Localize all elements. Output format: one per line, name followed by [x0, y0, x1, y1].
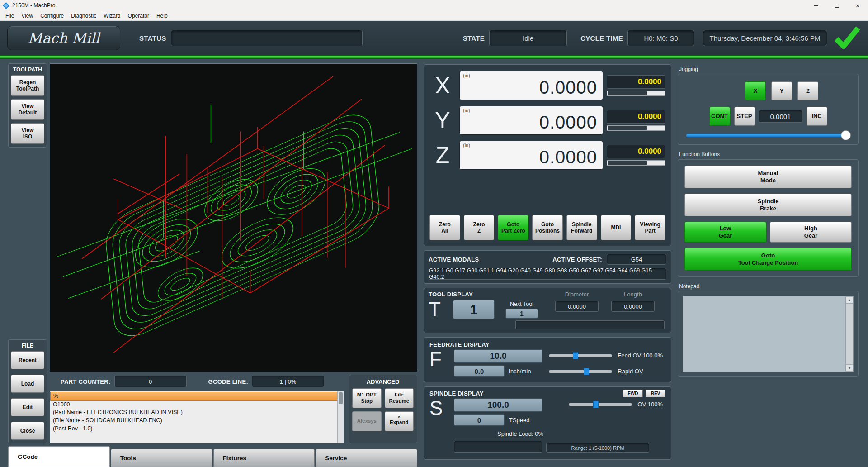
zero-all-button[interactable]: Zero All: [429, 215, 460, 240]
jog-rate-slider-thumb[interactable]: [841, 130, 851, 140]
file-edit-button[interactable]: Edit: [11, 398, 44, 416]
file-resume-button[interactable]: File Resume: [385, 388, 414, 408]
axis-y-scrollbar[interactable]: [607, 125, 665, 131]
axis-y-value: 0.0000: [539, 112, 597, 133]
axis-y-unit: (in): [463, 108, 470, 113]
status-field: [171, 30, 363, 46]
spindle-set-field[interactable]: 100.0: [454, 398, 542, 412]
advanced-group: ADVANCED M1 OPT Stop File Resume Alexsys…: [349, 375, 417, 443]
cycle-time-label: CYCLE TIME: [580, 34, 623, 42]
menu-operator[interactable]: Operator: [124, 13, 153, 19]
rapid-ov-slider[interactable]: [549, 370, 612, 373]
zero-z-button[interactable]: Zero Z: [464, 215, 495, 240]
rapid-ov-slider-knob[interactable]: [584, 368, 589, 375]
menu-help[interactable]: Help: [153, 13, 171, 19]
mdi-button[interactable]: MDI: [601, 215, 632, 240]
menu-configure[interactable]: Configure: [37, 13, 67, 19]
expand-button[interactable]: ^Expand: [385, 411, 414, 431]
scroll-down-icon[interactable]: ▼: [846, 364, 853, 372]
feed-ov-slider[interactable]: [549, 354, 612, 357]
spindle-rev-button[interactable]: REV: [646, 390, 665, 397]
jog-axis-x-button[interactable]: X: [745, 81, 766, 100]
spindle-actual-field: 0: [454, 414, 505, 426]
high-gear-button[interactable]: High Gear: [770, 222, 852, 243]
menu-wizard[interactable]: Wizard: [100, 13, 124, 19]
toolpath-group-label: TOOLPATH: [11, 67, 44, 73]
active-modals-panel: ACTIVE MODALS ACTIVE OFFSET: G54 G92.1 G…: [424, 250, 671, 284]
file-close-button[interactable]: Close: [11, 422, 44, 440]
modal-string-field: G92.1 G0 G17 G90 G91.1 G94 G20 G40 G49 G…: [429, 268, 666, 280]
spindle-ov-label: OV 100%: [637, 401, 663, 408]
axis-x-scrollbar[interactable]: [607, 91, 665, 96]
manual-mode-button[interactable]: Manual Mode: [684, 166, 852, 188]
minimize-icon: [814, 5, 818, 6]
axis-z-scrollbar[interactable]: [607, 160, 665, 166]
maximize-button[interactable]: [826, 0, 847, 11]
viewing-part-button[interactable]: Viewing Part: [635, 215, 665, 240]
low-gear-button[interactable]: Low Gear: [684, 222, 766, 243]
gcode-line: O1000: [50, 401, 337, 409]
view-default-button[interactable]: View Default: [11, 99, 44, 120]
notepad-textarea[interactable]: ▲ ▼: [683, 296, 854, 372]
feedrate-set-field[interactable]: 10.0: [454, 349, 542, 363]
jog-axis-z-button[interactable]: Z: [797, 81, 818, 100]
goto-positions-button[interactable]: Goto Positions: [532, 215, 563, 240]
jog-step-value-field[interactable]: 0.0001: [759, 110, 802, 123]
spindle-brake-button[interactable]: Spindle Brake: [684, 194, 852, 216]
close-icon: ×: [856, 2, 860, 9]
file-load-button[interactable]: Load: [11, 375, 44, 393]
feed-ov-slider-knob[interactable]: [573, 352, 578, 359]
goto-part-zero-button[interactable]: Goto Part Zero: [498, 215, 528, 240]
gcode-listing[interactable]: % O1000 (Part Name - ELECTRONICS BULKHEA…: [50, 391, 344, 443]
axis-row-z: Z (in) 0.0000 0.0000: [429, 141, 665, 170]
next-tool-label: Next Tool: [505, 301, 538, 307]
expand-label: Expand: [390, 419, 409, 425]
notepad-section: Notepad ▲ ▼: [678, 283, 859, 377]
m1-opt-stop-button[interactable]: M1 OPT Stop: [352, 388, 382, 408]
gcode-scrollbar-thumb[interactable]: [339, 392, 343, 404]
axis-x-scrollbar-thumb[interactable]: [608, 91, 647, 95]
regen-toolpath-button[interactable]: Regen ToolPath: [11, 75, 44, 96]
current-tool-field: 1: [453, 300, 495, 319]
axis-row-y: Y (in) 0.0000 0.0000: [429, 106, 665, 135]
close-button[interactable]: ×: [847, 0, 868, 11]
active-offset-label: ACTIVE OFFSET:: [552, 256, 602, 263]
state-label: STATE: [463, 34, 485, 42]
jog-axis-y-button[interactable]: Y: [771, 81, 792, 100]
tab-fixtures[interactable]: Fixtures: [213, 449, 315, 467]
axis-y-dtg-value: 0.0000: [607, 110, 665, 124]
app-header: Mach Mill STATUS STATE Idle CYCLE TIME H…: [0, 21, 868, 55]
axis-y-dro[interactable]: (in) 0.0000: [459, 106, 603, 135]
window-title: 2150M - MachPro: [12, 2, 55, 9]
tab-tools[interactable]: Tools: [111, 449, 212, 467]
toolpath-canvas[interactable]: [50, 63, 417, 372]
tool-display-title: TOOL DISPLAY: [429, 291, 473, 298]
toolpath-wireframe: [50, 64, 417, 372]
minimize-button[interactable]: [806, 0, 826, 11]
active-offset-field[interactable]: G54: [607, 254, 666, 265]
part-counter-field: 0: [114, 376, 187, 387]
axis-z-scrollbar-thumb[interactable]: [608, 161, 647, 165]
menu-file[interactable]: File: [2, 13, 18, 19]
menu-view[interactable]: View: [18, 13, 37, 19]
spindle-ov-slider-knob[interactable]: [593, 401, 599, 408]
gcode-scrollbar[interactable]: [337, 391, 344, 443]
axis-y-scrollbar-thumb[interactable]: [608, 126, 647, 130]
file-recent-button[interactable]: Recent: [11, 351, 44, 369]
spindle-forward-button[interactable]: Spindle Forward: [566, 215, 597, 240]
tab-gcode[interactable]: GCode: [8, 446, 110, 467]
scroll-up-icon[interactable]: ▲: [846, 296, 853, 304]
jog-step-button[interactable]: STEP: [734, 107, 755, 126]
goto-tool-change-button[interactable]: Goto Tool Change Position: [684, 248, 852, 271]
spindle-ov-slider[interactable]: [569, 403, 632, 406]
jog-cont-button[interactable]: CONT: [709, 107, 730, 126]
axis-z-dro[interactable]: (in) 0.0000: [459, 141, 603, 170]
tab-service[interactable]: Service: [316, 449, 417, 467]
jog-inc-button[interactable]: INC: [807, 107, 827, 126]
axis-x-dro[interactable]: (in) 0.0000: [459, 71, 603, 100]
jog-rate-slider[interactable]: [686, 134, 850, 137]
menu-diagnostic[interactable]: Diagnostic: [67, 13, 100, 19]
notepad-scrollbar[interactable]: ▲ ▼: [845, 296, 853, 372]
view-iso-button[interactable]: View ISO: [11, 123, 44, 144]
spindle-fwd-button[interactable]: FWD: [623, 390, 643, 397]
